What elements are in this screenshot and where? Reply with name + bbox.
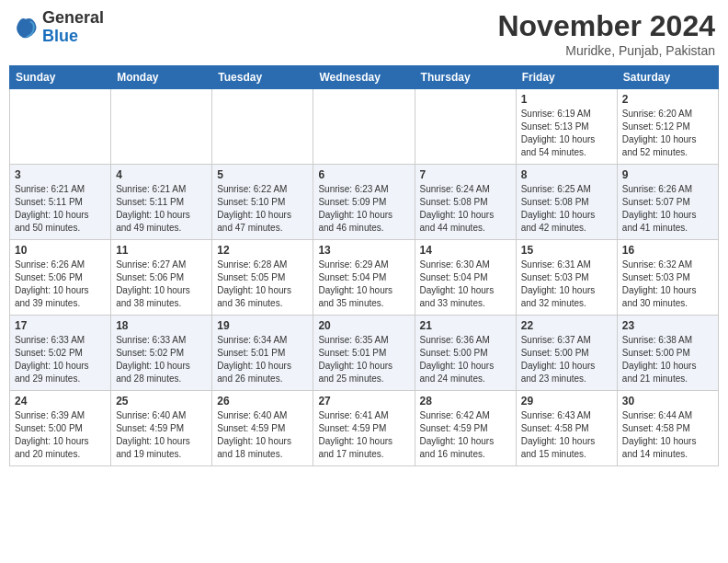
logo-general: General — [42, 8, 104, 27]
day-info: Sunrise: 6:27 AM Sunset: 5:06 PM Dayligh… — [116, 259, 207, 310]
calendar-day-header: Wednesday — [313, 66, 415, 89]
day-number: 13 — [318, 244, 409, 257]
day-number: 24 — [15, 395, 106, 408]
day-info: Sunrise: 6:43 AM Sunset: 4:58 PM Dayligh… — [521, 409, 612, 461]
calendar-header-row: SundayMondayTuesdayWednesdayThursdayFrid… — [10, 66, 719, 89]
day-number: 7 — [420, 168, 511, 181]
day-info: Sunrise: 6:35 AM Sunset: 5:01 PM Dayligh… — [318, 334, 409, 385]
day-info: Sunrise: 6:41 AM Sunset: 4:59 PM Dayligh… — [318, 409, 409, 461]
calendar-cell: 10Sunrise: 6:26 AM Sunset: 5:06 PM Dayli… — [10, 240, 111, 316]
day-info: Sunrise: 6:31 AM Sunset: 5:03 PM Dayligh… — [521, 259, 612, 310]
calendar-cell: 11Sunrise: 6:27 AM Sunset: 5:06 PM Dayli… — [111, 240, 212, 316]
calendar-day-header: Saturday — [617, 66, 718, 89]
day-number: 11 — [116, 244, 207, 257]
day-info: Sunrise: 6:26 AM Sunset: 5:06 PM Dayligh… — [15, 259, 106, 310]
day-number: 1 — [521, 93, 612, 106]
calendar-cell: 20Sunrise: 6:35 AM Sunset: 5:01 PM Dayli… — [313, 316, 415, 391]
calendar-day-header: Sunday — [10, 66, 111, 89]
calendar-cell: 25Sunrise: 6:40 AM Sunset: 4:59 PM Dayli… — [111, 391, 212, 466]
calendar-cell: 19Sunrise: 6:34 AM Sunset: 5:01 PM Dayli… — [212, 316, 313, 391]
day-info: Sunrise: 6:42 AM Sunset: 4:59 PM Dayligh… — [420, 409, 511, 461]
day-info: Sunrise: 6:37 AM Sunset: 5:00 PM Dayligh… — [521, 334, 612, 385]
calendar-cell: 4Sunrise: 6:21 AM Sunset: 5:11 PM Daylig… — [111, 165, 212, 240]
day-info: Sunrise: 6:25 AM Sunset: 5:08 PM Dayligh… — [521, 183, 612, 235]
calendar-cell: 8Sunrise: 6:25 AM Sunset: 5:08 PM Daylig… — [516, 165, 617, 240]
calendar-cell: 23Sunrise: 6:38 AM Sunset: 5:00 PM Dayli… — [617, 316, 718, 391]
day-number: 30 — [622, 395, 713, 408]
calendar-cell — [10, 89, 111, 165]
calendar-cell: 5Sunrise: 6:22 AM Sunset: 5:10 PM Daylig… — [212, 165, 313, 240]
day-info: Sunrise: 6:39 AM Sunset: 5:00 PM Dayligh… — [15, 409, 106, 461]
day-info: Sunrise: 6:21 AM Sunset: 5:11 PM Dayligh… — [15, 183, 106, 235]
calendar-cell: 15Sunrise: 6:31 AM Sunset: 5:03 PM Dayli… — [516, 240, 617, 316]
day-number: 23 — [622, 319, 713, 332]
calendar-week-row: 10Sunrise: 6:26 AM Sunset: 5:06 PM Dayli… — [10, 240, 719, 316]
calendar-cell — [111, 89, 212, 165]
day-number: 6 — [318, 168, 409, 181]
day-info: Sunrise: 6:29 AM Sunset: 5:04 PM Dayligh… — [318, 259, 409, 310]
day-number: 3 — [15, 168, 106, 181]
day-number: 14 — [420, 244, 511, 257]
calendar: SundayMondayTuesdayWednesdayThursdayFrid… — [9, 65, 719, 466]
calendar-cell: 16Sunrise: 6:32 AM Sunset: 5:03 PM Dayli… — [617, 240, 718, 316]
calendar-cell: 6Sunrise: 6:23 AM Sunset: 5:09 PM Daylig… — [313, 165, 415, 240]
calendar-cell: 13Sunrise: 6:29 AM Sunset: 5:04 PM Dayli… — [313, 240, 415, 316]
day-number: 26 — [217, 395, 308, 408]
title-area: November 2024 Muridke, Punjab, Pakistan — [497, 9, 715, 58]
day-info: Sunrise: 6:40 AM Sunset: 4:59 PM Dayligh… — [217, 409, 308, 461]
calendar-cell: 21Sunrise: 6:36 AM Sunset: 5:00 PM Dayli… — [415, 316, 516, 391]
calendar-day-header: Tuesday — [212, 66, 313, 89]
calendar-week-row: 17Sunrise: 6:33 AM Sunset: 5:02 PM Dayli… — [10, 316, 719, 391]
day-number: 17 — [15, 319, 106, 332]
day-number: 4 — [116, 168, 207, 181]
calendar-week-row: 3Sunrise: 6:21 AM Sunset: 5:11 PM Daylig… — [10, 165, 719, 240]
day-number: 16 — [622, 244, 713, 257]
calendar-cell: 24Sunrise: 6:39 AM Sunset: 5:00 PM Dayli… — [10, 391, 111, 466]
calendar-cell: 18Sunrise: 6:33 AM Sunset: 5:02 PM Dayli… — [111, 316, 212, 391]
location: Muridke, Punjab, Pakistan — [497, 43, 715, 58]
day-number: 19 — [217, 319, 308, 332]
day-number: 20 — [318, 319, 409, 332]
day-number: 28 — [420, 395, 511, 408]
day-info: Sunrise: 6:32 AM Sunset: 5:03 PM Dayligh… — [622, 259, 713, 310]
day-info: Sunrise: 6:38 AM Sunset: 5:00 PM Dayligh… — [622, 334, 713, 385]
calendar-cell — [415, 89, 516, 165]
calendar-cell: 29Sunrise: 6:43 AM Sunset: 4:58 PM Dayli… — [516, 391, 617, 466]
calendar-cell: 30Sunrise: 6:44 AM Sunset: 4:58 PM Dayli… — [617, 391, 718, 466]
calendar-day-header: Friday — [516, 66, 617, 89]
day-number: 29 — [521, 395, 612, 408]
calendar-cell: 9Sunrise: 6:26 AM Sunset: 5:07 PM Daylig… — [617, 165, 718, 240]
day-number: 27 — [318, 395, 409, 408]
calendar-cell: 3Sunrise: 6:21 AM Sunset: 5:11 PM Daylig… — [10, 165, 111, 240]
calendar-cell: 27Sunrise: 6:41 AM Sunset: 4:59 PM Dayli… — [313, 391, 415, 466]
page: General Blue November 2024 Muridke, Punj… — [0, 0, 728, 563]
day-number: 2 — [622, 93, 713, 106]
day-info: Sunrise: 6:40 AM Sunset: 4:59 PM Dayligh… — [116, 409, 207, 461]
day-info: Sunrise: 6:22 AM Sunset: 5:10 PM Dayligh… — [217, 183, 308, 235]
calendar-cell: 26Sunrise: 6:40 AM Sunset: 4:59 PM Dayli… — [212, 391, 313, 466]
header: General Blue November 2024 Muridke, Punj… — [9, 9, 719, 58]
calendar-cell: 7Sunrise: 6:24 AM Sunset: 5:08 PM Daylig… — [415, 165, 516, 240]
calendar-week-row: 1Sunrise: 6:19 AM Sunset: 5:13 PM Daylig… — [10, 89, 719, 165]
day-number: 5 — [217, 168, 308, 181]
logo: General Blue — [13, 9, 104, 46]
day-number: 18 — [116, 319, 207, 332]
calendar-day-header: Monday — [111, 66, 212, 89]
calendar-cell: 14Sunrise: 6:30 AM Sunset: 5:04 PM Dayli… — [415, 240, 516, 316]
calendar-cell: 22Sunrise: 6:37 AM Sunset: 5:00 PM Dayli… — [516, 316, 617, 391]
day-number: 25 — [116, 395, 207, 408]
day-info: Sunrise: 6:44 AM Sunset: 4:58 PM Dayligh… — [622, 409, 713, 461]
calendar-cell: 1Sunrise: 6:19 AM Sunset: 5:13 PM Daylig… — [516, 89, 617, 165]
day-number: 9 — [622, 168, 713, 181]
day-info: Sunrise: 6:24 AM Sunset: 5:08 PM Dayligh… — [420, 183, 511, 235]
logo-icon — [13, 15, 39, 40]
calendar-cell — [212, 89, 313, 165]
day-info: Sunrise: 6:34 AM Sunset: 5:01 PM Dayligh… — [217, 334, 308, 385]
month-title: November 2024 — [497, 9, 715, 43]
day-number: 12 — [217, 244, 308, 257]
day-number: 8 — [521, 168, 612, 181]
logo-text: General Blue — [42, 9, 104, 46]
day-info: Sunrise: 6:36 AM Sunset: 5:00 PM Dayligh… — [420, 334, 511, 385]
calendar-week-row: 24Sunrise: 6:39 AM Sunset: 5:00 PM Dayli… — [10, 391, 719, 466]
calendar-cell: 17Sunrise: 6:33 AM Sunset: 5:02 PM Dayli… — [10, 316, 111, 391]
